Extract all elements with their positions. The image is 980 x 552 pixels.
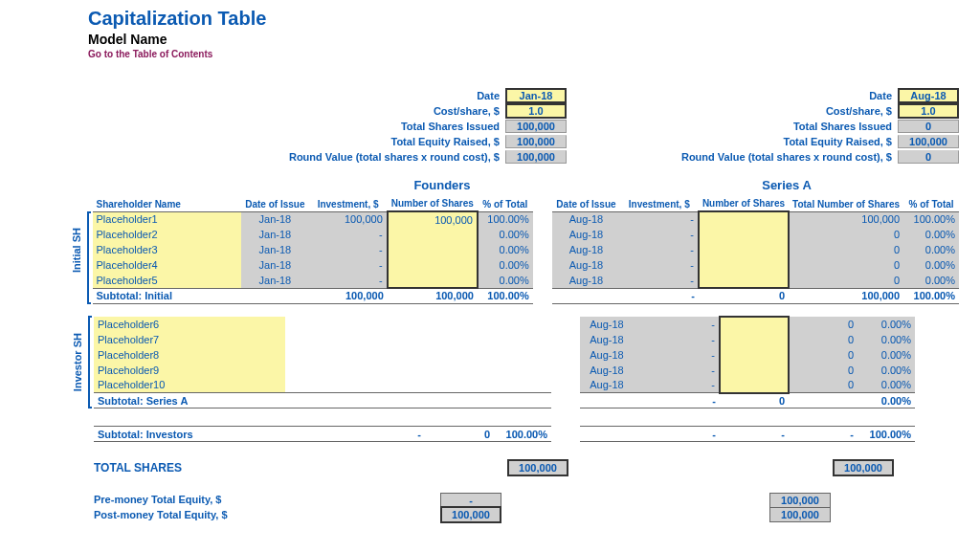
pre-money-seriesa: 100,000 [769, 493, 831, 507]
founders-equity: 100,000 [505, 135, 567, 148]
num-shares-input[interactable]: 100,000 [388, 211, 478, 227]
table-row: Placeholder7Aug-18-00.00% [94, 332, 915, 347]
pre-money-label: Pre-money Total Equity, $ [94, 494, 381, 505]
subtotal-initial: Subtotal: Initial 100,000 100,000 100.00… [93, 288, 960, 303]
table-row: Placeholder9Aug-18-00.00% [94, 363, 915, 378]
shareholder-name[interactable]: Placeholder6 [94, 317, 285, 332]
col-date: Date of Issue [241, 196, 308, 211]
label-cost: Cost/share, $ [69, 105, 505, 117]
table-row: Placeholder10Aug-18-00.00% [94, 378, 915, 393]
num-shares-input[interactable] [699, 227, 789, 242]
total-shares-founders: 100,000 [507, 459, 568, 476]
num-shares-input[interactable] [388, 257, 478, 273]
total-shares-seriesa: 100,000 [833, 459, 894, 476]
num-shares-input[interactable] [388, 273, 478, 288]
table-row: Placeholder8Aug-18-00.00% [94, 347, 915, 363]
shareholder-name[interactable]: Placeholder2 [93, 227, 242, 242]
num-shares-input[interactable] [720, 378, 789, 393]
label-equity: Total Equity Raised, $ [69, 136, 505, 147]
num-shares-input[interactable] [699, 273, 789, 288]
num-shares-input[interactable] [720, 317, 789, 332]
seriesa-round: 0 [898, 150, 959, 164]
subtotal-seriesa: Subtotal: Series A - 0 0.00% [94, 393, 915, 408]
main-content: DateJan-18 Cost/share, $1.0 Total Shares… [69, 88, 959, 522]
seriesa-date[interactable]: Aug-18 [898, 88, 959, 103]
label-shares: Total Shares Issued [69, 121, 505, 132]
shareholder-name[interactable]: Placeholder1 [93, 211, 242, 227]
shareholder-name[interactable]: Placeholder10 [94, 378, 285, 393]
col-inv: Investment, $ [308, 196, 387, 211]
col-num: Number of Shares [388, 196, 478, 211]
page-title: Capitalization Table [88, 8, 970, 30]
num-shares-input[interactable] [699, 211, 789, 227]
col-shareholder: Shareholder Name [93, 196, 242, 211]
summary-block: DateJan-18 Cost/share, $1.0 Total Shares… [69, 88, 959, 165]
total-shares-label: TOTAL SHARES [94, 461, 381, 475]
group-initial: Initial SH [71, 228, 82, 273]
shareholder-name[interactable]: Placeholder8 [94, 347, 285, 363]
group-investor: Investor SH [72, 333, 83, 391]
shareholder-name[interactable]: Placeholder3 [93, 242, 242, 257]
num-shares-input[interactable] [699, 257, 789, 273]
seriesa-cost[interactable]: 1.0 [898, 103, 959, 119]
post-money-founders: 100,000 [440, 506, 501, 523]
bracket-icon [88, 316, 92, 409]
table-row: Placeholder1Jan-18100,000100,000100.00%A… [93, 211, 960, 227]
founders-header: Founders [299, 178, 586, 192]
shareholder-name[interactable]: Placeholder4 [93, 257, 242, 273]
founders-date[interactable]: Jan-18 [505, 88, 567, 103]
col-pct: % of Total [478, 196, 533, 211]
table-row: Placeholder2Jan-18-0.00%Aug-18-00.00% [93, 227, 960, 242]
subtotal-investors-row: Subtotal: Investors - 0 100.00% - - - 10… [94, 426, 915, 442]
seriesa-header: Series A [614, 178, 959, 192]
num-shares-input[interactable] [388, 242, 478, 257]
shareholder-name[interactable]: Placeholder9 [94, 363, 285, 378]
model-name: Model Name [88, 32, 970, 47]
totals-block: TOTAL SHARES 100,000 100,000 Pre-money T… [94, 457, 959, 522]
founders-shares: 100,000 [505, 120, 567, 133]
shareholder-name[interactable]: Placeholder7 [94, 332, 285, 347]
num-shares-input[interactable] [388, 227, 478, 242]
num-shares-input[interactable] [720, 363, 789, 378]
col-totnum: Total Number of Shares [789, 196, 903, 211]
founders-cost[interactable]: 1.0 [505, 103, 567, 119]
pre-money-founders: - [440, 493, 501, 507]
post-money-label: Post-money Total Equity, $ [94, 509, 381, 520]
table-row: Placeholder5Jan-18-0.00%Aug-18-00.00% [93, 273, 960, 288]
toc-link[interactable]: Go to the Table of Contents [88, 49, 970, 59]
shareholder-name[interactable]: Placeholder5 [93, 273, 242, 288]
num-shares-input[interactable] [720, 347, 789, 363]
table-initial: Shareholder Name Date of Issue Investmen… [93, 196, 960, 304]
founders-round: 100,000 [505, 150, 567, 164]
seriesa-shares: 0 [898, 120, 959, 133]
post-money-seriesa: 100,000 [769, 507, 831, 522]
label-date: Date [69, 90, 505, 101]
label-round: Round Value (total shares x round cost),… [69, 151, 505, 163]
table-investor: Placeholder6Aug-18-00.00%Placeholder7Aug… [94, 316, 915, 409]
num-shares-input[interactable] [720, 332, 789, 347]
table-row: Placeholder6Aug-18-00.00% [94, 317, 915, 332]
bracket-icon [87, 211, 91, 304]
num-shares-input[interactable] [699, 242, 789, 257]
table-row: Placeholder3Jan-18-0.00%Aug-18-00.00% [93, 242, 960, 257]
table-row: Placeholder4Jan-18-0.00%Aug-18-00.00% [93, 257, 960, 273]
seriesa-equity: 100,000 [898, 135, 959, 148]
